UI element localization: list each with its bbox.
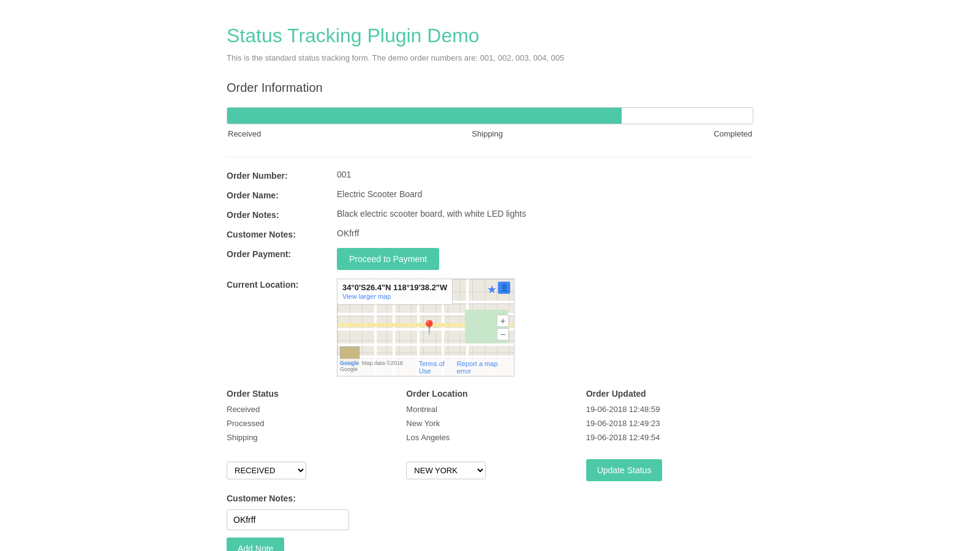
customer-notes-input[interactable] — [227, 509, 349, 530]
progress-label-completed: Completed — [714, 129, 752, 138]
customer-notes-value: OKfrff — [337, 228, 753, 238]
status-table-section: Order Status Received Processed Shipping… — [227, 389, 753, 447]
customer-notes-label: Customer Notes: — [227, 228, 337, 239]
view-larger-map-link[interactable]: View larger map — [342, 293, 391, 300]
map-terms-link[interactable]: Terms of Use — [419, 360, 457, 375]
status-dropdown-col: RECEIVED PROCESSED SHIPPING COMPLETED — [227, 462, 394, 479]
dropdown-row: RECEIVED PROCESSED SHIPPING COMPLETED NE… — [227, 459, 753, 481]
divider-1 — [227, 157, 753, 157]
location-dropdown[interactable]: NEW YORK MONTREAL LOS ANGELES — [406, 462, 486, 479]
status-dropdown[interactable]: RECEIVED PROCESSED SHIPPING COMPLETED — [227, 462, 306, 479]
progress-bar-container — [227, 107, 753, 124]
current-location-row: Current Location: — [227, 279, 753, 377]
map-coords: 34°0'S26.4"N 118°19'38.2"W — [342, 283, 447, 292]
status-row-2-location: Los Angeles — [406, 433, 573, 442]
map-overlay-info: 34°0'S26.4"N 118°19'38.2"W View larger m… — [337, 279, 453, 305]
status-col-status: Order Status Received Processed Shipping — [227, 389, 394, 447]
current-location-label: Current Location: — [227, 279, 337, 290]
map-controls: + − — [497, 315, 509, 340]
status-row-0-updated: 19-06-2018 12:48:59 — [586, 405, 753, 414]
progress-label-received: Received — [228, 129, 261, 138]
status-col-header-status: Order Status — [227, 389, 394, 399]
order-notes-value: Black electric scooter board, with white… — [337, 209, 753, 219]
customer-notes-row: Customer Notes: OKfrff — [227, 228, 753, 239]
page-subtitle: This is the standard status tracking for… — [227, 53, 753, 62]
page-title: Status Tracking Plugin Demo — [227, 24, 753, 47]
progress-label-shipping: Shipping — [472, 129, 503, 138]
status-row-2-status: Shipping — [227, 433, 394, 442]
update-status-button[interactable]: Update Status — [586, 459, 663, 481]
order-name-row: Order Name: Electric Scooter Board — [227, 189, 753, 200]
status-row-1-status: Processed — [227, 419, 394, 428]
map-user-icon: 👤 — [498, 282, 510, 294]
status-row-1-location: New York — [406, 419, 573, 428]
progress-labels: Received Shipping Completed — [227, 129, 753, 138]
order-number-value: 001 — [337, 170, 753, 179]
map-footer: Google Map data ©2018 Google Terms of Us… — [337, 359, 514, 376]
map-zoom-in-button[interactable]: + — [497, 315, 509, 327]
customer-notes-section: Customer Notes: Add Note — [227, 493, 753, 551]
order-number-row: Order Number: 001 — [227, 170, 753, 181]
map-user-avatar: 👤 — [498, 282, 510, 294]
order-name-label: Order Name: — [227, 189, 337, 200]
location-dropdown-col: NEW YORK MONTREAL LOS ANGELES — [406, 462, 573, 479]
order-name-value: Electric Scooter Board — [337, 189, 753, 199]
order-notes-label: Order Notes: — [227, 209, 337, 220]
customer-notes-form-label: Customer Notes: — [227, 493, 753, 503]
order-info-fields: Order Number: 001 Order Name: Electric S… — [227, 170, 753, 377]
order-notes-row: Order Notes: Black electric scooter boar… — [227, 209, 753, 220]
section-title-order-info: Order Information — [227, 81, 753, 95]
progress-bar-fill — [227, 108, 622, 124]
progress-section: Received Shipping Completed — [227, 107, 753, 138]
status-row-1-updated: 19-06-2018 12:49:23 — [586, 419, 753, 428]
map-container: 📍 34°0'S26.4"N 118°19'38.2"W View larger… — [337, 279, 514, 377]
update-button-col: Update Status — [586, 459, 753, 481]
order-payment-label: Order Payment: — [227, 248, 337, 259]
add-note-button[interactable]: Add Note — [227, 538, 284, 551]
page-container: Status Tracking Plugin Demo This is the … — [214, 0, 766, 551]
status-col-header-location: Order Location — [406, 389, 573, 399]
status-row-0-location: Montreal — [406, 405, 573, 414]
status-col-location: Order Location Montreal New York Los Ang… — [406, 389, 573, 447]
map-zoom-out-button[interactable]: − — [497, 328, 509, 340]
status-row-0-status: Received — [227, 405, 394, 414]
map-footer-data: Google Map data ©2018 Google — [340, 360, 419, 375]
status-row-2-updated: 19-06-2018 12:49:54 — [586, 433, 753, 442]
proceed-to-payment-button[interactable]: Proceed to Payment — [337, 248, 439, 270]
status-col-header-updated: Order Updated — [586, 389, 753, 399]
map-star-icon: ★ — [487, 283, 497, 296]
map-report-link[interactable]: Report a map error — [457, 360, 511, 375]
order-number-label: Order Number: — [227, 170, 337, 181]
map-pin: 📍 — [421, 320, 437, 335]
map-road-h5 — [337, 356, 514, 358]
status-col-updated: Order Updated 19-06-2018 12:48:59 19-06-… — [586, 389, 753, 447]
map-road-h4 — [337, 343, 514, 346]
order-payment-row: Order Payment: Proceed to Payment — [227, 248, 753, 270]
google-logo: Google — [340, 360, 359, 366]
